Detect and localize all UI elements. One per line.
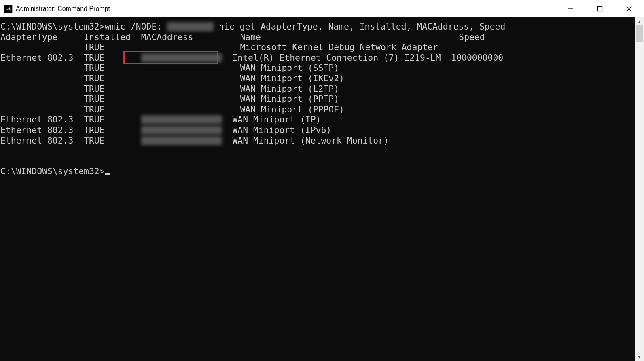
maximize-button[interactable]	[585, 0, 614, 17]
close-button[interactable]	[614, 0, 644, 17]
title-left: C:\. Administrator: Command Prompt	[4, 5, 110, 13]
table-row: Ethernet 802.3 TRUE Intel(R) Ethernet Co…	[0, 53, 635, 63]
table-row: TRUE WAN Miniport (PPPOE)	[0, 104, 635, 115]
table-row: Ethernet 802.3 TRUE WAN Miniport (IP)	[0, 114, 635, 125]
titlebar[interactable]: C:\. Administrator: Command Prompt	[0, 0, 644, 17]
terminal-line	[0, 146, 635, 156]
cursor	[105, 173, 110, 175]
table-row: TRUE WAN Miniport (IKEv2)	[0, 73, 635, 84]
window-title: Administrator: Command Prompt	[16, 5, 110, 13]
redacted-node	[167, 22, 214, 31]
table-row: TRUE WAN Miniport (L2TP)	[0, 84, 635, 94]
window-controls	[556, 0, 644, 17]
cmd-icon: C:\.	[4, 5, 13, 13]
svg-rect-1	[598, 7, 602, 11]
redacted-mac	[141, 115, 222, 124]
terminal-line: C:\WINDOWS\system32>	[0, 166, 635, 177]
vertical-scrollbar[interactable]: ▲ ▼	[635, 17, 644, 361]
table-row: TRUE WAN Miniport (PPTP)	[0, 94, 635, 104]
terminal-line: C:\WINDOWS\system32>wmic /NODE: nic get …	[0, 21, 635, 32]
terminal-line	[0, 156, 635, 167]
scroll-up-arrow-icon[interactable]: ▲	[635, 17, 644, 25]
redacted-mac	[141, 126, 222, 135]
terminal-area: C:\WINDOWS\system32>wmic /NODE: nic get …	[0, 17, 644, 361]
terminal-output[interactable]: C:\WINDOWS\system32>wmic /NODE: nic get …	[0, 17, 635, 361]
table-row: TRUE WAN Miniport (SSTP)	[0, 63, 635, 73]
minimize-button[interactable]	[556, 0, 585, 17]
table-row: Ethernet 802.3 TRUE WAN Miniport (IPv6)	[0, 125, 635, 135]
scroll-thumb[interactable]	[636, 25, 643, 42]
redacted-mac	[141, 53, 222, 62]
scroll-down-arrow-icon[interactable]: ▼	[635, 353, 644, 361]
terminal-line: AdapterType Installed MACAddress Name Sp…	[0, 32, 635, 42]
table-row: Ethernet 802.3 TRUE WAN Miniport (Networ…	[0, 135, 635, 146]
window-frame: C:\. Administrator: Command Prompt C:\WI…	[0, 0, 644, 361]
redacted-mac	[141, 136, 222, 145]
table-row: TRUE Microsoft Kernel Debug Network Adap…	[0, 42, 635, 53]
